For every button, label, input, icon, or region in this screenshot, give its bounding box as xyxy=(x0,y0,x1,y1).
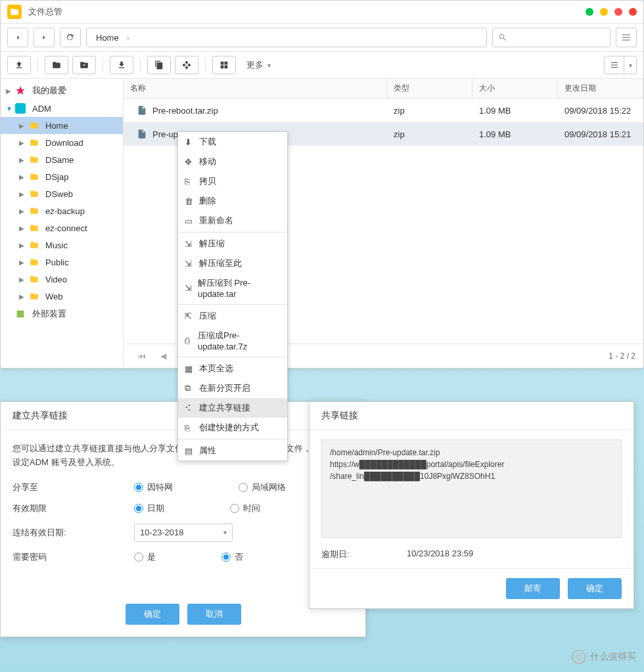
ok-button[interactable]: 确定 xyxy=(568,578,622,599)
ok-button[interactable]: 确定 xyxy=(126,604,179,625)
chevron-right-icon: › xyxy=(123,33,133,43)
menu-compress-to[interactable]: ⎙压缩成Pre-update.tar.7z xyxy=(178,326,287,355)
extract-icon: ⇲ xyxy=(185,239,199,249)
chevron-down-icon: ▾ xyxy=(267,62,271,69)
context-menu: ⬇下载 ✥移动 ⎘拷贝 🗑删除 ▭重新命名 ⇲解压缩 ⇲解压缩至此 ⇲解压缩到 … xyxy=(177,131,288,461)
app-title: 文件总管 xyxy=(28,6,586,18)
close-dot[interactable] xyxy=(629,8,637,16)
label-expire-date: 连结有效日期: xyxy=(12,527,134,539)
dialog-title: 共享链接 xyxy=(310,402,633,430)
compress-icon: ⎙ xyxy=(185,336,198,346)
sidebar-item-ezbackup[interactable]: ▶ez-backup xyxy=(1,202,123,219)
separator xyxy=(37,58,38,72)
rename-icon: ▭ xyxy=(185,216,199,226)
upload-button[interactable] xyxy=(7,56,31,74)
menu-extract-here[interactable]: ⇲解压缩至此 xyxy=(178,254,287,273)
menu-select-all[interactable]: ▦本页全选 xyxy=(178,359,287,378)
compress-icon: ⇱ xyxy=(185,311,199,321)
download-button[interactable] xyxy=(110,56,133,74)
separator xyxy=(178,304,287,305)
title-bar: 文件总管 xyxy=(1,1,643,24)
settings-button[interactable] xyxy=(616,28,637,47)
col-size[interactable]: 大小 xyxy=(472,79,558,98)
move-button[interactable] xyxy=(175,56,198,74)
file-header: 名称 类型 大小 更改日期 xyxy=(124,79,643,99)
breadcrumb[interactable]: Home › xyxy=(86,28,487,47)
more-button[interactable]: 更多 ▾ xyxy=(240,56,277,74)
new-folder-button[interactable] xyxy=(45,56,68,74)
sidebar-item-dsame[interactable]: ▶DSame xyxy=(1,151,123,168)
sidebar-item-ezconnect[interactable]: ▶ez-connect xyxy=(1,219,123,236)
nav-bar: Home › xyxy=(1,24,643,52)
col-type[interactable]: 类型 xyxy=(387,79,472,98)
menu-rename[interactable]: ▭重新命名 xyxy=(178,211,287,231)
breadcrumb-item[interactable]: Home xyxy=(92,33,123,43)
sidebar-favorites[interactable]: ▶ 我的最爱 xyxy=(1,81,123,100)
radio-yes[interactable]: 是 xyxy=(134,551,156,563)
sidebar-item-web[interactable]: ▶Web xyxy=(1,288,123,305)
radio-no[interactable]: 否 xyxy=(221,551,243,563)
menu-compress[interactable]: ⇱压缩 xyxy=(178,306,287,326)
sidebar-item-public[interactable]: ▶Public xyxy=(1,254,123,271)
search-input[interactable] xyxy=(492,28,610,47)
menu-extract[interactable]: ⇲解压缩 xyxy=(178,234,287,254)
expand-arrow[interactable]: ▶ xyxy=(6,87,12,95)
back-button[interactable] xyxy=(7,28,28,47)
restore-dot[interactable] xyxy=(614,8,622,16)
menu-copy[interactable]: ⎘拷贝 xyxy=(178,171,287,191)
extract-icon: ⇲ xyxy=(185,283,198,293)
expire-value: 10/23/2018 23:59 xyxy=(407,549,473,560)
sidebar-item-music[interactable]: ▶Music xyxy=(1,236,123,254)
share-icon: ⠪ xyxy=(185,403,199,413)
separator xyxy=(178,232,287,233)
sidebar-item-dsjap[interactable]: ▶DSjap xyxy=(1,168,123,185)
shortcut-icon: ⎘ xyxy=(185,423,199,433)
menu-shortcut[interactable]: ⎘创建快捷的方式 xyxy=(178,418,287,437)
view-mode-select[interactable]: ▾ xyxy=(604,56,637,74)
menu-download[interactable]: ⬇下载 xyxy=(178,132,287,152)
chevron-down-icon[interactable]: ▾ xyxy=(624,62,636,69)
radio-time[interactable]: 时间 xyxy=(230,503,260,514)
window-controls xyxy=(586,8,637,16)
cancel-button[interactable]: 取消 xyxy=(187,604,241,625)
radio-date[interactable]: 日期 xyxy=(134,503,164,514)
link-textarea[interactable]: /home/admin/Pre-update.tar.zip https://w… xyxy=(321,439,622,538)
radio-internet[interactable]: 因特网 xyxy=(134,482,173,493)
menu-extract-to[interactable]: ⇲解压缩到 Pre-update.tar xyxy=(178,273,287,303)
menu-share-link[interactable]: ⠪建立共享链接 xyxy=(178,398,287,418)
radio-lan[interactable]: 局域网络 xyxy=(239,482,286,493)
list-view-icon[interactable] xyxy=(605,56,624,74)
menu-properties[interactable]: ▤属性 xyxy=(178,441,287,460)
refresh-button[interactable] xyxy=(60,28,81,47)
watermark: 值 什么值得买 xyxy=(572,650,636,664)
expire-label: 逾期日: xyxy=(321,549,407,560)
minimize-dot[interactable] xyxy=(586,8,593,16)
copy-button[interactable] xyxy=(147,56,171,74)
file-row[interactable]: Pre-reboot.tar.zip zip 1.09 MB 09/09/201… xyxy=(124,99,643,122)
maximize-dot[interactable] xyxy=(600,8,608,16)
sidebar-adm[interactable]: ▼ ADM xyxy=(1,100,123,117)
extract-icon: ⇲ xyxy=(185,259,199,269)
prev-page-button[interactable]: ◀ xyxy=(155,348,171,364)
menu-delete[interactable]: 🗑删除 xyxy=(178,191,287,211)
app-icon xyxy=(7,5,22,19)
date-select[interactable]: 10-23-2018 ▾ xyxy=(134,524,233,542)
forward-button[interactable] xyxy=(34,28,55,47)
col-date[interactable]: 更改日期 xyxy=(558,79,643,98)
sidebar-item-dsweb[interactable]: ▶DSweb xyxy=(1,185,123,202)
first-page-button[interactable]: ⏮ xyxy=(134,348,150,364)
col-name[interactable]: 名称 xyxy=(124,79,387,98)
collapse-arrow[interactable]: ▼ xyxy=(6,105,12,112)
separator xyxy=(178,439,287,439)
menu-move[interactable]: ✥移动 xyxy=(178,152,287,171)
watermark-icon: 值 xyxy=(572,650,586,664)
menu-new-tab[interactable]: ⧉在新分页开启 xyxy=(178,378,287,398)
select-all-button[interactable] xyxy=(212,56,236,74)
sidebar-item-home[interactable]: ▶ Home xyxy=(1,117,123,134)
sidebar-item-download[interactable]: ▶Download xyxy=(1,134,123,151)
download-icon: ⬇ xyxy=(185,137,199,147)
sidebar-item-video[interactable]: ▶Video xyxy=(1,271,123,288)
delete-folder-button[interactable] xyxy=(72,56,96,74)
sidebar-external[interactable]: 外部装置 xyxy=(1,305,123,323)
mail-button[interactable]: 邮寄 xyxy=(506,578,560,599)
